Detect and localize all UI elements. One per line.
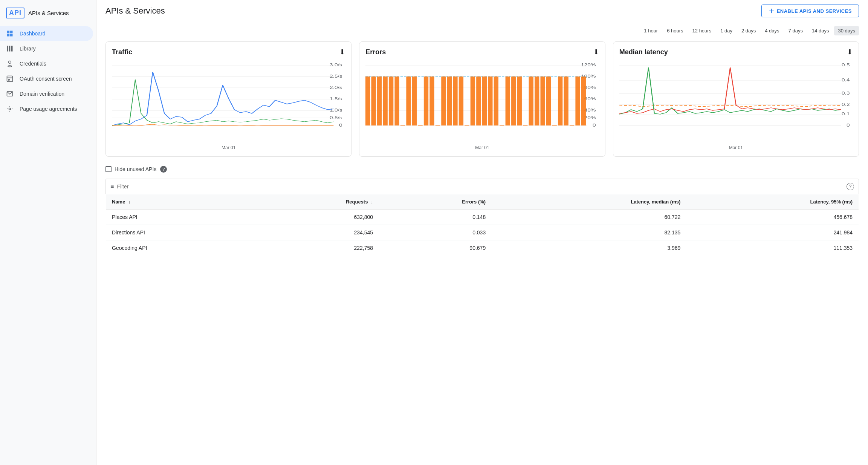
svg-rect-68 — [523, 125, 527, 126]
sidebar: API APIs & Services Dashboard Library Cr… — [0, 0, 96, 465]
time-btn-2days[interactable]: 2 days — [738, 26, 760, 35]
sidebar-item-page-usage[interactable]: Page usage agreements — [0, 101, 93, 116]
page-title: APIs & Services — [105, 6, 755, 16]
filter-input[interactable] — [117, 184, 844, 190]
col-latency-median: Latency, median (ms) — [492, 194, 686, 210]
row-2-name: Geocoding API — [106, 240, 255, 256]
svg-rect-44 — [383, 76, 388, 125]
sidebar-navigation: Dashboard Library Credentials OAuth cons… — [0, 26, 96, 116]
enable-button-label: ENABLE APIS AND SERVICES — [777, 8, 852, 14]
svg-text:60%: 60% — [584, 97, 596, 101]
svg-rect-59 — [471, 76, 475, 125]
traffic-chart-container: 3.0/s 2.5/s 2.0/s 1.5/s 1.0/s 0.5/s 0 — [112, 61, 345, 144]
library-icon — [6, 45, 14, 52]
svg-point-9 — [9, 108, 11, 110]
svg-rect-43 — [377, 76, 382, 125]
sidebar-item-dashboard[interactable]: Dashboard — [0, 26, 93, 41]
sidebar-item-credentials[interactable]: Credentials — [0, 56, 93, 71]
row-1-requests: 234,545 — [255, 225, 379, 240]
svg-rect-42 — [371, 76, 376, 125]
svg-text:1.0/s: 1.0/s — [330, 108, 342, 113]
traffic-chart-card: Traffic ⬇ 3.0/s 2.5/s 2.0/s 1.5/s 1.0/s … — [105, 41, 351, 157]
table-help-icon[interactable]: ? — [847, 183, 854, 190]
time-btn-1day[interactable]: 1 day — [717, 26, 736, 35]
latency-chart-card: Median latency ⬇ 0.5 0.4 0.3 0.2 0.1 0 — [613, 41, 859, 157]
svg-rect-63 — [494, 76, 498, 125]
latency-chart-svg: 0.5 0.4 0.3 0.2 0.1 0 — [619, 61, 853, 128]
svg-rect-56 — [453, 76, 458, 125]
time-btn-1hour[interactable]: 1 hour — [640, 26, 662, 35]
errors-chart-card: Errors ⬇ 120% 100% 80% 60% 40% 20% 0 — [359, 41, 605, 157]
svg-rect-65 — [506, 76, 510, 125]
row-0-requests: 632,800 — [255, 210, 379, 225]
topbar: APIs & Services ENABLE APIS AND SERVICES — [96, 0, 868, 22]
svg-point-4 — [8, 66, 12, 67]
svg-rect-51 — [424, 76, 428, 125]
svg-text:0: 0 — [847, 123, 850, 128]
sidebar-item-dashboard-label: Dashboard — [20, 31, 46, 37]
svg-rect-74 — [558, 76, 562, 125]
row-2-latency-95: 111.353 — [686, 240, 859, 256]
svg-text:0.5/s: 0.5/s — [330, 116, 342, 120]
svg-rect-73 — [552, 125, 557, 126]
api-logo-icon: API — [6, 8, 24, 18]
svg-rect-0 — [7, 46, 8, 52]
hide-unused-help-icon[interactable]: ? — [160, 166, 167, 173]
svg-text:0: 0 — [593, 123, 596, 128]
latency-download-icon[interactable]: ⬇ — [847, 48, 853, 56]
sidebar-item-domain[interactable]: Domain verification — [0, 86, 93, 101]
svg-rect-54 — [442, 76, 446, 125]
svg-rect-52 — [430, 76, 434, 125]
svg-text:120%: 120% — [581, 63, 596, 67]
table-section: ≡ ? Name ↓ Requests ↓ Errors (%) Latency… — [96, 179, 868, 265]
hide-unused-text: Hide unused APIs — [115, 166, 156, 172]
svg-rect-72 — [546, 76, 551, 125]
svg-rect-45 — [389, 76, 393, 125]
svg-rect-50 — [418, 125, 423, 126]
time-btn-12hours[interactable]: 12 hours — [689, 26, 715, 35]
requests-sort-icon: ↓ — [371, 199, 373, 205]
row-1-errors: 0.033 — [379, 225, 492, 240]
table-row[interactable]: Directions API 234,545 0.033 82.135 241.… — [106, 225, 859, 240]
controls-row: Hide unused APIs ? — [96, 163, 868, 179]
col-requests[interactable]: Requests ↓ — [255, 194, 379, 210]
svg-text:1.5/s: 1.5/s — [330, 97, 342, 101]
sidebar-item-oauth[interactable]: OAuth consent screen — [0, 71, 93, 86]
latency-chart-header: Median latency ⬇ — [619, 48, 853, 56]
svg-rect-70 — [535, 76, 539, 125]
hide-unused-checkbox[interactable] — [105, 166, 112, 172]
time-btn-7days[interactable]: 7 days — [785, 26, 807, 35]
time-btn-30days[interactable]: 30 days — [834, 26, 859, 35]
api-table: Name ↓ Requests ↓ Errors (%) Latency, me… — [105, 194, 859, 256]
traffic-download-icon[interactable]: ⬇ — [339, 48, 345, 56]
table-row[interactable]: Geocoding API 222,758 90.679 3.969 111.3… — [106, 240, 859, 256]
hide-unused-label[interactable]: Hide unused APIs — [105, 166, 156, 172]
time-range-selector: 1 hour 6 hours 12 hours 1 day 2 days 4 d… — [96, 22, 868, 35]
svg-rect-48 — [406, 76, 411, 125]
svg-text:0.1: 0.1 — [842, 112, 850, 116]
svg-text:20%: 20% — [584, 116, 596, 120]
svg-text:0.4: 0.4 — [842, 78, 850, 83]
enable-apis-button[interactable]: ENABLE APIS AND SERVICES — [761, 5, 859, 17]
main-content: APIs & Services ENABLE APIS AND SERVICES… — [96, 0, 868, 465]
time-btn-6hours[interactable]: 6 hours — [663, 26, 687, 35]
svg-text:80%: 80% — [584, 86, 596, 90]
svg-text:0.5: 0.5 — [842, 63, 850, 67]
errors-download-icon[interactable]: ⬇ — [593, 48, 599, 56]
errors-chart-xlabel: Mar 01 — [365, 145, 599, 150]
col-name[interactable]: Name ↓ — [106, 194, 255, 210]
time-btn-4days[interactable]: 4 days — [761, 26, 783, 35]
row-0-latency-median: 60.722 — [492, 210, 686, 225]
sidebar-item-library[interactable]: Library — [0, 41, 93, 56]
page-usage-icon — [6, 105, 14, 113]
errors-chart-title: Errors — [365, 48, 386, 56]
svg-rect-78 — [581, 76, 586, 125]
svg-rect-67 — [517, 76, 522, 125]
svg-rect-46 — [395, 76, 399, 125]
time-btn-14days[interactable]: 14 days — [808, 26, 833, 35]
sidebar-item-domain-label: Domain verification — [20, 91, 64, 97]
filter-row: ≡ ? — [105, 179, 859, 194]
errors-chart-svg: 120% 100% 80% 60% 40% 20% 0 — [365, 61, 599, 128]
table-row[interactable]: Places API 632,800 0.148 60.722 456.678 — [106, 210, 859, 225]
row-2-errors: 90.679 — [379, 240, 492, 256]
